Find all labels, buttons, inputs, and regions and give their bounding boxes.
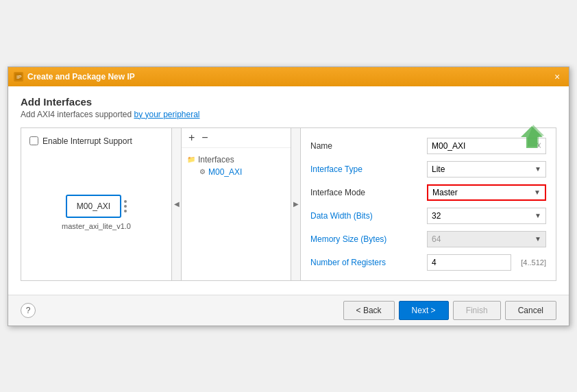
interrupt-checkbox[interactable] xyxy=(29,136,38,145)
memory-size-label: Memory Size (Bytes) xyxy=(310,234,420,244)
memory-size-row: Memory Size (Bytes) 64 ▼ xyxy=(310,231,546,247)
data-width-select[interactable]: 32 ▼ xyxy=(427,208,546,224)
block-name: M00_AXI xyxy=(77,201,110,211)
right-panel: Name M00_AXI ☓ Interface Type Lite ▼ xyxy=(301,128,556,280)
next-button[interactable]: Next > xyxy=(399,301,449,320)
interface-mode-arrow: ▼ xyxy=(534,188,541,196)
middle-panel: + − 📁 Interfaces ⚙ M00_AXI xyxy=(182,128,291,280)
block-diagram: M00_AXI xyxy=(66,195,127,218)
page-subtitle: Add AXI4 interfaces supported by your pe… xyxy=(21,110,200,119)
collapse-right-arrow[interactable]: ▶ xyxy=(291,128,301,280)
dot-2 xyxy=(124,205,127,208)
memory-size-arrow: ▼ xyxy=(535,235,541,243)
num-registers-range: [4..512] xyxy=(521,258,546,267)
interface-type-label: Interface Type xyxy=(310,164,420,174)
tree-interfaces-label: Interfaces xyxy=(198,155,234,164)
num-registers-label: Number of Registers xyxy=(310,258,420,267)
tree-item-m00axi[interactable]: ⚙ M00_AXI xyxy=(187,166,285,178)
memory-size-select[interactable]: 64 ▼ xyxy=(427,231,546,247)
diagram-area: M00_AXI master_axi_lite_v1.0 xyxy=(29,153,163,272)
header-text: Add Interfaces Add AXI4 interfaces suppo… xyxy=(21,96,200,127)
title-bar: IP Create and Package New IP × xyxy=(8,67,569,86)
interface-mode-select[interactable]: Master ▼ xyxy=(427,184,546,201)
interface-type-value: Lite xyxy=(432,164,445,174)
data-width-value: 32 xyxy=(432,211,441,221)
interrupt-label[interactable]: Enable Interrupt Support xyxy=(42,136,132,146)
interface-type-arrow: ▼ xyxy=(535,165,541,173)
dot-3 xyxy=(124,210,127,212)
dialog-content: Add Interfaces Add AXI4 interfaces suppo… xyxy=(8,86,569,295)
interrupt-checkbox-row: Enable Interrupt Support xyxy=(29,136,163,146)
tree-item-interfaces: 📁 Interfaces xyxy=(187,154,285,166)
interface-mode-label: Interface Mode xyxy=(310,188,420,197)
vivado-logo xyxy=(519,125,544,151)
svg-text:IP: IP xyxy=(16,74,22,80)
finish-button[interactable]: Finish xyxy=(453,301,501,320)
panels-container: Enable Interrupt Support M00_AXI master xyxy=(21,127,556,281)
data-width-arrow: ▼ xyxy=(535,212,541,219)
block-dots xyxy=(124,200,127,212)
data-width-row: Data Width (Bits) 32 ▼ xyxy=(310,208,546,224)
middle-toolbar: + − xyxy=(182,128,291,148)
interface-type-row: Interface Type Lite ▼ xyxy=(310,161,546,177)
subtitle-link[interactable]: by your peripheral xyxy=(134,110,199,119)
data-width-label: Data Width (Bits) xyxy=(310,211,420,221)
name-label: Name xyxy=(310,141,420,151)
cancel-button[interactable]: Cancel xyxy=(505,301,556,320)
num-registers-input[interactable]: 4 xyxy=(427,254,511,271)
back-button[interactable]: < Back xyxy=(343,301,395,320)
interface-mode-row: Interface Mode Master ▼ xyxy=(310,184,546,201)
block-sublabel: master_axi_lite_v1.0 xyxy=(62,222,131,230)
add-interface-button[interactable]: + xyxy=(187,132,196,143)
dialog-window: IP Create and Package New IP × Add Inter… xyxy=(8,66,569,326)
tree-m00axi-label: M00_AXI xyxy=(208,167,242,177)
remove-interface-button[interactable]: − xyxy=(200,132,209,143)
page-title: Add Interfaces xyxy=(21,96,200,108)
num-registers-value: 4 xyxy=(432,258,437,267)
name-row: Name M00_AXI ☓ xyxy=(310,138,546,154)
left-panel: Enable Interrupt Support M00_AXI master xyxy=(21,128,172,280)
app-icon: IP xyxy=(14,72,23,82)
interfaces-tree: 📁 Interfaces ⚙ M00_AXI xyxy=(182,148,291,280)
num-registers-row: Number of Registers 4 [4..512] xyxy=(310,254,546,271)
close-button[interactable]: × xyxy=(551,71,563,83)
memory-size-value: 64 xyxy=(432,234,441,244)
title-bar-text: Create and Package New IP xyxy=(27,72,551,82)
header-row: Add Interfaces Add AXI4 interfaces suppo… xyxy=(21,96,556,127)
interface-type-select[interactable]: Lite ▼ xyxy=(427,161,546,177)
help-button[interactable]: ? xyxy=(21,303,36,318)
interface-mode-value: Master xyxy=(432,188,458,197)
dot-1 xyxy=(124,200,127,203)
block-box: M00_AXI xyxy=(66,195,121,218)
bottom-bar: ? < Back Next > Finish Cancel xyxy=(8,295,569,326)
folder-icon: 📁 xyxy=(187,156,195,163)
nav-buttons: < Back Next > Finish Cancel xyxy=(343,301,556,320)
interface-icon: ⚙ xyxy=(199,168,206,175)
collapse-left-arrow[interactable]: ◀ xyxy=(172,128,182,280)
